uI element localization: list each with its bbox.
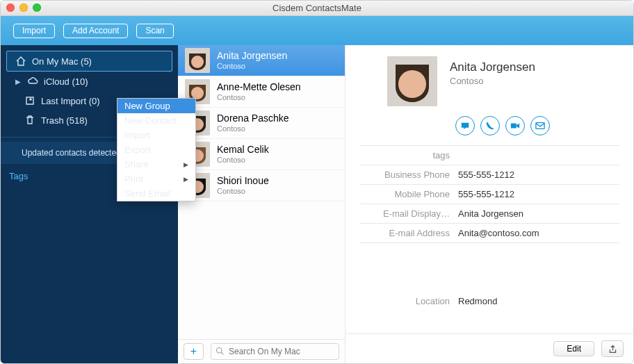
menu-item-export[interactable]: Export [117,142,195,157]
contact-row[interactable]: Kemal Celik Contoso [178,139,345,170]
home-icon [15,56,26,67]
updated-contacts-label: Updated contacts detected [22,148,121,158]
contact-list-footer: + [178,339,345,363]
menu-item-share[interactable]: Share [117,157,195,172]
field-value: Redmond [458,296,497,306]
menu-item-label: Share [124,159,149,169]
cloud-icon [27,76,38,87]
contact-row[interactable]: Anne-Mette Olesen Contoso [178,76,345,108]
svg-rect-14 [511,124,517,129]
contact-org: Contoso [217,187,269,196]
close-window-button[interactable] [6,3,15,12]
scan-button[interactable]: Scan [136,24,173,38]
window-controls [6,3,41,12]
menu-item-label: New Group [124,101,170,111]
sidebar-item-label: Trash (518) [41,115,88,126]
detail-field: E-mail Address Anita@contoso.com [359,223,619,243]
contact-name: Shiori Inoue [217,175,269,187]
contact-org: Contoso [217,93,301,102]
menu-item-import[interactable]: Import [117,128,195,142]
field-label: E-mail Address [359,228,458,238]
menu-item-new-contact[interactable]: New Contact [117,113,195,128]
search-input[interactable] [227,346,334,357]
import-icon [24,95,35,106]
svg-point-1 [191,56,204,68]
menu-item-label: Import [124,130,150,140]
main-columns: On My Mac (5) ▶ iCloud (10) Last Import … [1,45,633,363]
field-label: Mobile Phone [359,189,458,199]
svg-line-11 [221,352,223,354]
field-value: Anita@contoso.com [458,228,539,238]
field-value: 555-555-1212 [458,169,514,180]
contact-org: Contoso [217,62,287,71]
detail-org: Contoso [450,76,535,86]
sidebar-item-icloud[interactable]: ▶ iCloud (10) [6,72,172,91]
detail-field: Business Phone 555-555-1212 [359,165,619,184]
email-button[interactable] [530,116,550,135]
share-button[interactable] [601,340,624,357]
contact-row[interactable]: Dorena Paschke Contoso [178,108,345,139]
sidebar-context-menu: New Group New Contact Import Export Shar… [117,98,196,201]
sidebar-item-label: Last Import (0) [41,96,100,106]
detail-field: tags [359,145,619,165]
menu-item-send-email[interactable]: Send Email [117,186,195,201]
field-label: E-mail Display… [359,208,458,219]
detail-fields: tags Business Phone 555-555-1212 Mobile … [346,145,633,311]
minimize-window-button[interactable] [19,3,28,12]
svg-point-13 [398,70,426,98]
add-account-button[interactable]: Add Account [63,24,128,38]
contact-row[interactable]: Shiori Inoue Contoso [178,170,345,201]
edit-button[interactable]: Edit [553,341,594,356]
contact-name: Anne-Mette Olesen [217,81,301,93]
menu-item-label: New Contact [124,115,176,126]
detail-field: Mobile Phone 555-555-1212 [359,184,619,204]
svg-point-10 [217,348,222,354]
share-icon [608,345,617,354]
menu-item-new-group[interactable]: New Group [117,99,195,113]
detail-field: E-mail Display… Anita Jorgensen [359,204,619,223]
detail-panel: Anita Jorgensen Contoso tags [346,45,633,363]
add-contact-button[interactable]: + [184,343,204,360]
message-button[interactable] [455,116,475,135]
search-icon [216,345,224,358]
detail-footer: Edit [346,333,633,363]
call-button[interactable] [480,116,500,135]
detail-avatar [387,56,437,106]
contact-org: Contoso [217,156,269,165]
contact-org: Contoso [217,124,289,133]
field-label: Location [359,296,458,306]
contact-list-panel: Anita Jorgensen Contoso Anne-Mette Olese… [178,45,346,363]
sidebar-item-label: iCloud (10) [44,76,88,87]
field-label: tags [359,150,458,160]
trash-icon [24,115,35,126]
contact-name: Dorena Paschke [217,113,289,124]
avatar [185,48,210,73]
detail-field: Location Redmond [359,292,619,311]
menu-item-print[interactable]: Print [117,172,195,186]
field-value: 555-555-1212 [458,189,514,199]
zoom-window-button[interactable] [33,3,41,12]
import-button[interactable]: Import [13,24,55,38]
plus-icon: + [190,345,197,358]
contact-name: Kemal Celik [217,144,269,156]
window-title: Cisdem ContactsMate [273,3,361,13]
detail-header: Anita Jorgensen Contoso [346,45,633,112]
field-label: Business Phone [359,169,458,180]
window-titlebar: Cisdem ContactsMate [1,1,633,16]
contact-row[interactable]: Anita Jorgensen Contoso [178,45,345,76]
search-field[interactable] [211,343,339,360]
video-button[interactable] [505,116,525,135]
svg-rect-15 [536,123,544,129]
menu-item-label: Send Email [124,188,170,199]
menu-item-label: Export [124,144,151,155]
sidebar: On My Mac (5) ▶ iCloud (10) Last Import … [1,45,178,363]
sidebar-item-on-my-mac[interactable]: On My Mac (5) [6,51,172,72]
detail-name: Anita Jorgensen [450,60,535,74]
field-value: Anita Jorgensen [458,208,523,219]
contact-name: Anita Jorgensen [217,50,287,62]
detail-actions [346,112,633,145]
chevron-right-icon: ▶ [15,78,22,85]
menu-item-label: Print [124,174,143,184]
sidebar-item-label: On My Mac (5) [32,56,92,67]
contact-list[interactable]: Anita Jorgensen Contoso Anne-Mette Olese… [178,45,345,339]
